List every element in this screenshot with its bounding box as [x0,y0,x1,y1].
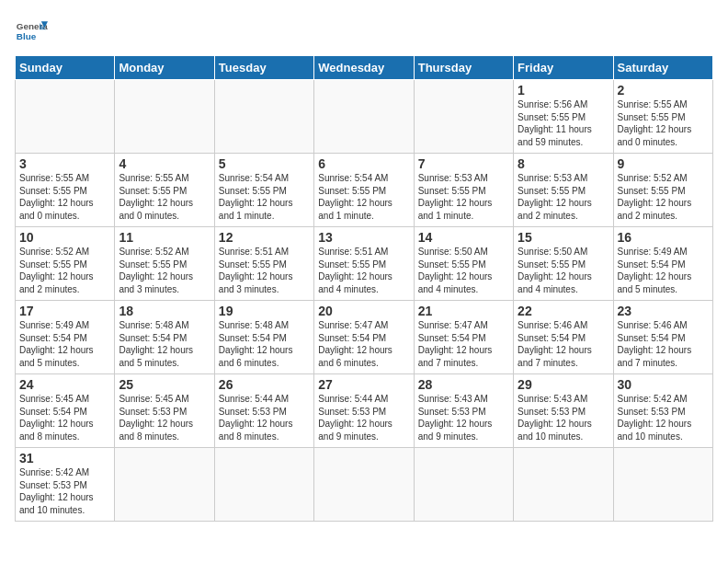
calendar-day-cell [514,448,613,522]
day-number: 31 [19,451,110,465]
day-number: 9 [618,156,709,171]
day-info: Sunrise: 5:49 AM Sunset: 5:54 PM Dayligh… [19,319,110,369]
calendar-day-cell: 12Sunrise: 5:51 AM Sunset: 5:55 PM Dayli… [214,227,313,301]
calendar-day-cell: 10Sunrise: 5:52 AM Sunset: 5:55 PM Dayli… [16,227,115,301]
day-number: 22 [518,304,609,318]
calendar-day-cell: 7Sunrise: 5:53 AM Sunset: 5:55 PM Daylig… [414,154,513,227]
calendar-day-cell: 9Sunrise: 5:52 AM Sunset: 5:55 PM Daylig… [613,154,712,227]
day-number: 6 [318,156,409,171]
day-info: Sunrise: 5:47 AM Sunset: 5:54 PM Dayligh… [318,319,409,369]
calendar-day-cell: 2Sunrise: 5:55 AM Sunset: 5:55 PM Daylig… [613,80,712,154]
day-info: Sunrise: 5:52 AM Sunset: 5:55 PM Dayligh… [119,246,210,295]
calendar-day-cell [115,448,214,522]
calendar-day-cell: 26Sunrise: 5:44 AM Sunset: 5:53 PM Dayli… [214,374,313,448]
weekday-header-tuesday: Tuesday [214,56,313,80]
day-number: 7 [418,156,509,171]
calendar-day-cell: 11Sunrise: 5:52 AM Sunset: 5:55 PM Dayli… [115,227,214,301]
day-number: 15 [518,230,609,245]
calendar-week-row: 31Sunrise: 5:42 AM Sunset: 5:53 PM Dayli… [16,448,713,522]
day-number: 2 [618,83,709,98]
svg-text:Blue: Blue [17,31,37,41]
day-number: 20 [318,304,409,318]
day-info: Sunrise: 5:48 AM Sunset: 5:54 PM Dayligh… [219,319,310,369]
day-number: 8 [518,156,609,171]
logo: General Blue [15,15,48,48]
day-info: Sunrise: 5:52 AM Sunset: 5:55 PM Dayligh… [618,172,709,222]
day-info: Sunrise: 5:45 AM Sunset: 5:54 PM Dayligh… [19,393,110,442]
day-info: Sunrise: 5:54 AM Sunset: 5:55 PM Dayligh… [318,172,409,222]
day-number: 12 [219,230,310,245]
calendar-table: SundayMondayTuesdayWednesdayThursdayFrid… [15,55,713,522]
calendar-day-cell [16,80,115,154]
calendar-day-cell [314,448,414,522]
day-info: Sunrise: 5:48 AM Sunset: 5:54 PM Dayligh… [119,319,210,369]
day-info: Sunrise: 5:47 AM Sunset: 5:54 PM Dayligh… [418,319,509,369]
calendar-day-cell: 31Sunrise: 5:42 AM Sunset: 5:53 PM Dayli… [16,448,115,522]
day-info: Sunrise: 5:55 AM Sunset: 5:55 PM Dayligh… [19,172,110,222]
day-info: Sunrise: 5:55 AM Sunset: 5:55 PM Dayligh… [618,98,709,148]
calendar-day-cell: 27Sunrise: 5:44 AM Sunset: 5:53 PM Dayli… [314,374,414,448]
weekday-header-saturday: Saturday [613,56,712,80]
weekday-header-monday: Monday [115,56,214,80]
day-info: Sunrise: 5:43 AM Sunset: 5:53 PM Dayligh… [418,393,509,442]
calendar-day-cell: 8Sunrise: 5:53 AM Sunset: 5:55 PM Daylig… [514,154,613,227]
day-number: 4 [119,156,210,171]
day-number: 1 [518,83,609,98]
day-number: 27 [318,377,409,392]
calendar-day-cell [314,80,414,154]
day-info: Sunrise: 5:50 AM Sunset: 5:55 PM Dayligh… [518,246,609,295]
day-info: Sunrise: 5:51 AM Sunset: 5:55 PM Dayligh… [219,246,310,295]
day-number: 24 [19,377,110,392]
page-header: General Blue [15,15,713,48]
calendar-week-row: 17Sunrise: 5:49 AM Sunset: 5:54 PM Dayli… [16,301,713,374]
calendar-day-cell [414,80,513,154]
calendar-day-cell: 18Sunrise: 5:48 AM Sunset: 5:54 PM Dayli… [115,301,214,374]
calendar-day-cell [214,448,313,522]
day-info: Sunrise: 5:54 AM Sunset: 5:55 PM Dayligh… [219,172,310,222]
calendar-day-cell: 16Sunrise: 5:49 AM Sunset: 5:54 PM Dayli… [613,227,712,301]
weekday-header-wednesday: Wednesday [314,56,414,80]
calendar-day-cell: 28Sunrise: 5:43 AM Sunset: 5:53 PM Dayli… [414,374,513,448]
day-number: 28 [418,377,509,392]
logo-icon: General Blue [15,15,48,48]
calendar-week-row: 3Sunrise: 5:55 AM Sunset: 5:55 PM Daylig… [16,154,713,227]
day-info: Sunrise: 5:42 AM Sunset: 5:53 PM Dayligh… [19,466,110,516]
calendar-day-cell: 3Sunrise: 5:55 AM Sunset: 5:55 PM Daylig… [16,154,115,227]
day-number: 13 [318,230,409,245]
calendar-day-cell [214,80,313,154]
weekday-header-friday: Friday [514,56,613,80]
calendar-day-cell: 30Sunrise: 5:42 AM Sunset: 5:53 PM Dayli… [613,374,712,448]
day-info: Sunrise: 5:46 AM Sunset: 5:54 PM Dayligh… [518,319,609,369]
calendar-day-cell: 15Sunrise: 5:50 AM Sunset: 5:55 PM Dayli… [514,227,613,301]
day-info: Sunrise: 5:49 AM Sunset: 5:54 PM Dayligh… [618,246,709,295]
calendar-day-cell: 14Sunrise: 5:50 AM Sunset: 5:55 PM Dayli… [414,227,513,301]
calendar-day-cell [414,448,513,522]
calendar-day-cell: 4Sunrise: 5:55 AM Sunset: 5:55 PM Daylig… [115,154,214,227]
day-number: 16 [618,230,709,245]
day-info: Sunrise: 5:56 AM Sunset: 5:55 PM Dayligh… [518,98,609,148]
day-number: 14 [418,230,509,245]
calendar-day-cell: 1Sunrise: 5:56 AM Sunset: 5:55 PM Daylig… [514,80,613,154]
day-info: Sunrise: 5:55 AM Sunset: 5:55 PM Dayligh… [119,172,210,222]
calendar-week-row: 24Sunrise: 5:45 AM Sunset: 5:54 PM Dayli… [16,374,713,448]
day-info: Sunrise: 5:42 AM Sunset: 5:53 PM Dayligh… [618,393,709,442]
day-info: Sunrise: 5:50 AM Sunset: 5:55 PM Dayligh… [418,246,509,295]
calendar-day-cell [613,448,712,522]
day-number: 11 [119,230,210,245]
day-number: 18 [119,304,210,318]
calendar-day-cell: 25Sunrise: 5:45 AM Sunset: 5:53 PM Dayli… [115,374,214,448]
calendar-day-cell: 21Sunrise: 5:47 AM Sunset: 5:54 PM Dayli… [414,301,513,374]
day-number: 10 [19,230,110,245]
day-number: 29 [518,377,609,392]
day-info: Sunrise: 5:52 AM Sunset: 5:55 PM Dayligh… [19,246,110,295]
day-info: Sunrise: 5:43 AM Sunset: 5:53 PM Dayligh… [518,393,609,442]
day-number: 25 [119,377,210,392]
calendar-day-cell: 20Sunrise: 5:47 AM Sunset: 5:54 PM Dayli… [314,301,414,374]
day-number: 19 [219,304,310,318]
calendar-week-row: 1Sunrise: 5:56 AM Sunset: 5:55 PM Daylig… [16,80,713,154]
day-info: Sunrise: 5:51 AM Sunset: 5:55 PM Dayligh… [318,246,409,295]
weekday-header-row: SundayMondayTuesdayWednesdayThursdayFrid… [16,56,713,80]
calendar-day-cell: 6Sunrise: 5:54 AM Sunset: 5:55 PM Daylig… [314,154,414,227]
calendar-day-cell: 13Sunrise: 5:51 AM Sunset: 5:55 PM Dayli… [314,227,414,301]
day-number: 5 [219,156,310,171]
